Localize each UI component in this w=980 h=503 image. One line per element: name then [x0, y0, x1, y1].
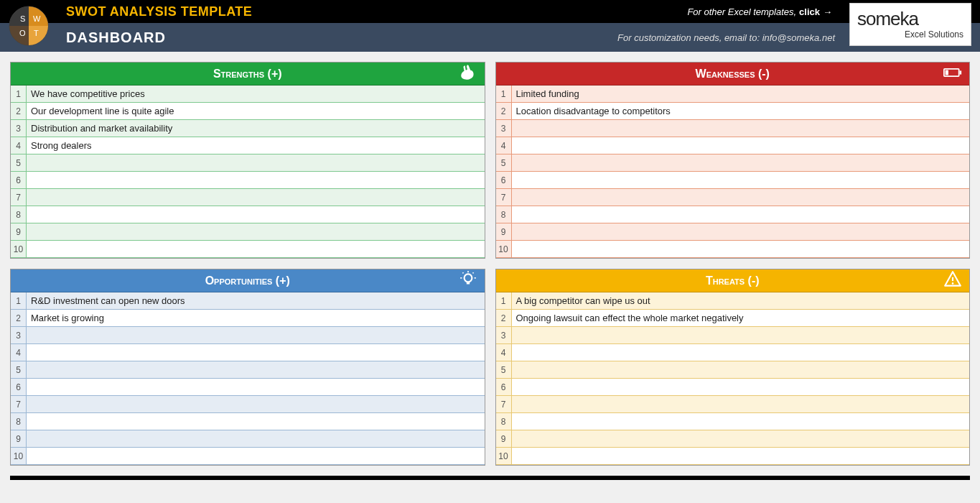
- table-row[interactable]: 9: [11, 223, 485, 241]
- table-row[interactable]: 7: [496, 189, 970, 206]
- row-text[interactable]: [512, 379, 970, 395]
- row-number: 10: [11, 448, 27, 464]
- row-text[interactable]: [512, 223, 970, 240]
- row-number: 6: [496, 172, 512, 188]
- table-row[interactable]: 7: [11, 189, 485, 206]
- table-row[interactable]: 2Location disadvantage to competitors: [496, 103, 970, 120]
- row-number: 7: [11, 189, 27, 206]
- row-number: 10: [496, 241, 512, 257]
- row-text[interactable]: Distribution and market availability: [27, 120, 485, 137]
- row-text[interactable]: Location disadvantage to competitors: [512, 103, 970, 119]
- row-text[interactable]: [512, 396, 970, 412]
- dashboard-title: DASHBOARD: [66, 29, 166, 46]
- table-row[interactable]: 4: [496, 344, 970, 361]
- row-text[interactable]: [27, 396, 485, 412]
- row-text[interactable]: [512, 344, 970, 361]
- table-row[interactable]: 6: [496, 172, 970, 189]
- row-text[interactable]: [512, 413, 970, 430]
- row-text[interactable]: R&D investment can open new doors: [27, 292, 485, 309]
- row-text[interactable]: [27, 241, 485, 257]
- table-row[interactable]: 6: [496, 379, 970, 396]
- opportunities-header: Opportunities (+): [11, 269, 485, 292]
- table-row[interactable]: 7: [11, 396, 485, 413]
- table-row[interactable]: 8: [496, 206, 970, 223]
- row-text[interactable]: [512, 154, 970, 171]
- table-row[interactable]: 1R&D investment can open new doors: [11, 292, 485, 310]
- table-row[interactable]: 4: [496, 137, 970, 154]
- threats-title: Threats (-): [706, 274, 760, 287]
- table-row[interactable]: 10: [11, 448, 485, 465]
- row-text[interactable]: [27, 327, 485, 343]
- threats-panel: Threats (-) 1A big competitor can wipe u…: [495, 269, 971, 466]
- table-row[interactable]: 3: [496, 327, 970, 344]
- table-row[interactable]: 7: [496, 396, 970, 413]
- table-row[interactable]: 9: [11, 430, 485, 448]
- table-row[interactable]: 8: [11, 206, 485, 223]
- table-row[interactable]: 10: [496, 448, 970, 465]
- battery-low-icon: [943, 63, 962, 85]
- table-row[interactable]: 9: [496, 223, 970, 241]
- someka-sub-text: Excel Solutions: [857, 29, 963, 40]
- table-row[interactable]: 4Strong dealers: [11, 137, 485, 154]
- row-text[interactable]: [27, 154, 485, 171]
- row-text[interactable]: [27, 206, 485, 223]
- someka-logo[interactable]: someka Excel Solutions: [849, 3, 971, 46]
- row-number: 5: [11, 361, 27, 378]
- row-text[interactable]: [27, 361, 485, 378]
- row-text[interactable]: Our development line is quite agile: [27, 103, 485, 119]
- row-text[interactable]: [512, 120, 970, 137]
- table-row[interactable]: 5: [11, 154, 485, 172]
- table-row[interactable]: 1Limited funding: [496, 86, 970, 103]
- table-row[interactable]: 5: [11, 361, 485, 379]
- row-text[interactable]: [27, 430, 485, 447]
- table-row[interactable]: 5: [496, 361, 970, 379]
- row-number: 7: [496, 396, 512, 412]
- row-number: 9: [496, 430, 512, 447]
- row-text[interactable]: A big competitor can wipe us out: [512, 292, 970, 309]
- row-text[interactable]: Ongoing lawsuit can effect the whole mar…: [512, 310, 970, 326]
- table-row[interactable]: 8: [496, 413, 970, 430]
- table-row[interactable]: 10: [496, 241, 970, 258]
- row-text[interactable]: [27, 189, 485, 206]
- row-text[interactable]: [512, 448, 970, 464]
- svg-text:T: T: [34, 29, 39, 37]
- row-number: 5: [11, 154, 27, 171]
- row-text[interactable]: [27, 413, 485, 430]
- table-row[interactable]: 5: [496, 154, 970, 172]
- row-text[interactable]: [512, 361, 970, 378]
- table-row[interactable]: 1A big competitor can wipe us out: [496, 292, 970, 310]
- table-row[interactable]: 3: [496, 120, 970, 137]
- strengths-panel: Strengths (+) 1We have competitive price…: [10, 62, 485, 259]
- table-row[interactable]: 6: [11, 379, 485, 396]
- row-text[interactable]: [512, 206, 970, 223]
- row-text[interactable]: [27, 223, 485, 240]
- row-text[interactable]: [512, 327, 970, 343]
- table-row[interactable]: 8: [11, 413, 485, 430]
- row-text[interactable]: Market is growing: [27, 310, 485, 326]
- table-row[interactable]: 10: [11, 241, 485, 258]
- row-text[interactable]: [512, 189, 970, 206]
- row-text[interactable]: [27, 172, 485, 188]
- table-row[interactable]: 2Our development line is quite agile: [11, 103, 485, 120]
- row-text[interactable]: Strong dealers: [27, 137, 485, 154]
- table-row[interactable]: 4: [11, 344, 485, 361]
- row-text[interactable]: [512, 430, 970, 447]
- row-text[interactable]: [27, 448, 485, 464]
- row-text[interactable]: We have competitive prices: [27, 86, 485, 102]
- header-sub-bar: DASHBOARD For customization needs, email…: [0, 23, 980, 52]
- row-text[interactable]: [512, 172, 970, 188]
- table-row[interactable]: 6: [11, 172, 485, 189]
- row-text[interactable]: [512, 137, 970, 154]
- table-row[interactable]: 9: [496, 430, 970, 448]
- table-row[interactable]: 1We have competitive prices: [11, 86, 485, 103]
- table-row[interactable]: 3Distribution and market availability: [11, 120, 485, 137]
- row-text[interactable]: [27, 344, 485, 361]
- table-row[interactable]: 2Ongoing lawsuit can effect the whole ma…: [496, 310, 970, 327]
- row-number: 3: [11, 120, 27, 137]
- table-row[interactable]: 3: [11, 327, 485, 344]
- row-text[interactable]: [512, 241, 970, 257]
- table-row[interactable]: 2Market is growing: [11, 310, 485, 327]
- row-text[interactable]: [27, 379, 485, 395]
- svg-point-16: [952, 282, 954, 285]
- row-text[interactable]: Limited funding: [512, 86, 970, 102]
